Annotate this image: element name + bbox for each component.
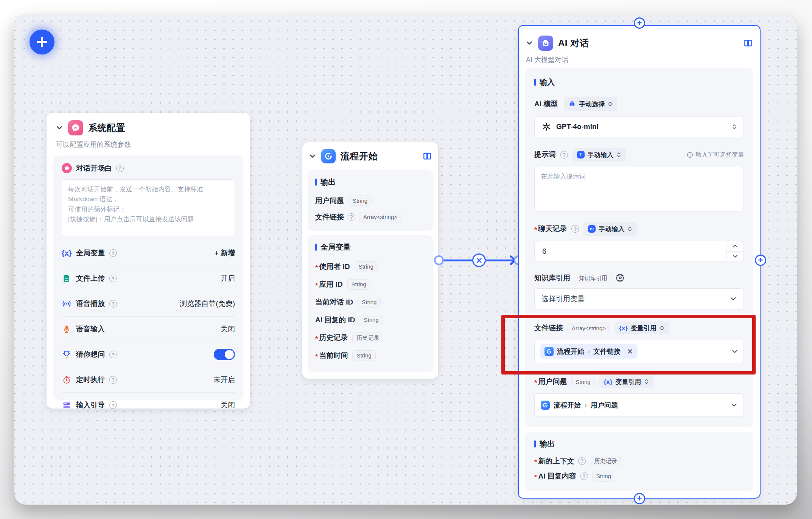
var-label: 应用 ID [315, 280, 343, 289]
setting-value: 未开启 [213, 375, 235, 385]
setting-row-guess-questions[interactable]: 猜你想问 [62, 342, 235, 367]
connect-handle-top[interactable]: + [634, 17, 645, 29]
history-count-input[interactable] [535, 247, 726, 256]
text-input-icon: T [577, 151, 585, 158]
section-input: 输入 [534, 77, 744, 87]
updown-icon [616, 151, 621, 158]
global-var-row: 应用 ID String [315, 278, 425, 291]
help-icon[interactable] [109, 376, 117, 384]
model-mode-selector[interactable]: 手动选择 [564, 97, 617, 111]
prompt-row: 提示词 T 手动输入 输入"/"可选择变量 [534, 148, 744, 162]
collapse-chevron-icon[interactable] [309, 152, 316, 160]
help-icon[interactable] [580, 472, 588, 480]
updown-icon [627, 225, 632, 232]
chevron-down-icon [731, 348, 738, 355]
setting-row-voice-input[interactable]: 语音输入 关闭 [62, 317, 235, 342]
reference-node: 流程开始 [554, 401, 581, 410]
add-node-button[interactable] [30, 30, 54, 54]
setting-label: 文件上传 [76, 273, 105, 283]
connect-handle-bottom[interactable]: + [634, 493, 645, 504]
guess-questions-toggle[interactable] [214, 349, 235, 360]
question-mode-selector[interactable]: {x} 变量引用 [599, 375, 654, 388]
help-icon[interactable] [116, 165, 124, 172]
global-var-row: 历史记录 历史记录 [315, 331, 425, 345]
opening-remarks-input[interactable] [68, 185, 229, 231]
braces-variable-icon: {x} [619, 325, 628, 331]
help-icon[interactable] [348, 213, 355, 221]
openai-logo-icon [541, 122, 551, 132]
add-variable-button[interactable]: + 新增 [215, 248, 235, 258]
history-mode-selector[interactable]: n: 手动输入 [583, 222, 637, 236]
collapse-chevron-icon[interactable] [56, 124, 63, 132]
question-label: 用户问题 [534, 377, 567, 387]
node-ai-chat[interactable]: AI 对话 AI 大模型对话 输入 AI 模型 手动选择 GPT-4o-mini [518, 25, 761, 499]
model-value: GPT-4o-mini [556, 123, 599, 131]
flow-start-icon [541, 401, 550, 410]
model-label: AI 模型 [534, 99, 558, 109]
gear-icon[interactable] [616, 273, 625, 282]
kb-row: 知识库引用 知识库引用 [534, 273, 744, 283]
prompt-label: 提示词 [534, 150, 556, 160]
connect-handle-right[interactable]: + [755, 255, 766, 266]
help-icon[interactable] [109, 351, 117, 358]
file-link-reference-select[interactable]: 流程开始 › 文件链接 [534, 340, 744, 363]
kb-reference-select[interactable]: 选择引用变量 [534, 288, 744, 309]
stepper-up-button[interactable] [726, 241, 744, 251]
type-tag: String [571, 377, 594, 387]
source-port-flow-start[interactable] [434, 255, 444, 265]
model-select[interactable]: GPT-4o-mini [534, 116, 744, 137]
type-tag: String [360, 315, 383, 325]
opening-remarks-box[interactable] [62, 179, 235, 236]
breadcrumb-separator: › [588, 348, 590, 356]
history-count-stepper[interactable] [534, 241, 744, 261]
number-input-icon: n: [588, 225, 596, 233]
reference-field: 用户问题 [591, 401, 618, 410]
section-output: 输出 [315, 177, 425, 187]
prompt-box[interactable] [534, 167, 744, 211]
svg-text:Hi: Hi [74, 126, 77, 129]
help-icon[interactable] [571, 225, 579, 233]
input-guide-icon [62, 400, 72, 410]
help-icon[interactable] [109, 401, 117, 409]
help-icon[interactable] [560, 151, 568, 158]
setting-row-scheduled-run[interactable]: 定时执行 未开启 [62, 367, 235, 392]
history-row: 聊天记录 n: 手动输入 [534, 222, 744, 236]
remove-reference-icon[interactable] [627, 348, 633, 354]
setting-row-file-upload[interactable]: 文件上传 开启 [62, 266, 235, 291]
type-tag: String [355, 261, 378, 272]
help-icon[interactable] [578, 457, 586, 465]
setting-label: 语音输入 [76, 324, 105, 334]
question-mode-label: 变量引用 [615, 379, 641, 385]
type-tag: String [592, 471, 615, 481]
setting-row-voice-playback[interactable]: 语音播放 浏览器自带(免费) [62, 291, 235, 316]
node-title: 系统配置 [88, 122, 125, 134]
help-icon[interactable] [109, 275, 117, 282]
setting-label: 输入引导 [76, 400, 105, 410]
setting-row-global-variables[interactable]: {x} 全局变量 + 新增 [62, 241, 235, 266]
setting-row-input-guide[interactable]: 输入引导 关闭 [62, 393, 235, 418]
node-flow-start[interactable]: 流程开始 输出 用户问题 String 文件链接 Array<string> 全… [302, 142, 438, 379]
voice-playback-icon [62, 299, 72, 309]
question-reference-select[interactable]: 流程开始 › 用户问题 [534, 393, 744, 417]
docs-book-icon[interactable] [743, 38, 753, 48]
help-icon[interactable] [109, 300, 117, 308]
var-label: 当前时间 [315, 351, 348, 361]
stepper-down-button[interactable] [726, 251, 744, 261]
prompt-mode-label: 手动输入 [588, 152, 613, 158]
updown-icon [644, 378, 649, 385]
file-link-reference-pill[interactable]: 流程开始 › 文件链接 [540, 344, 638, 359]
flow-canvas[interactable]: Hi 系统配置 可以配置应用的系统参数 对话开场白 {x} 全局变量 [14, 14, 797, 505]
prompt-input[interactable] [541, 172, 737, 207]
prompt-mode-selector[interactable]: T 手动输入 [572, 148, 626, 162]
disconnect-edge-button[interactable] [472, 253, 486, 267]
chevron-down-icon [731, 402, 737, 409]
docs-book-icon[interactable] [422, 151, 432, 161]
collapse-chevron-icon[interactable] [526, 39, 533, 47]
help-icon[interactable] [109, 249, 117, 257]
node-system-config[interactable]: Hi 系统配置 可以配置应用的系统参数 对话开场白 {x} 全局变量 [47, 113, 250, 409]
variable-hint: 输入"/"可选择变量 [687, 151, 744, 159]
type-tag: String [347, 279, 370, 289]
history-mode-label: 手动输入 [599, 226, 624, 232]
setting-value: 关闭 [221, 324, 235, 334]
file-link-mode-selector[interactable]: {x} 变量引用 [614, 322, 669, 334]
